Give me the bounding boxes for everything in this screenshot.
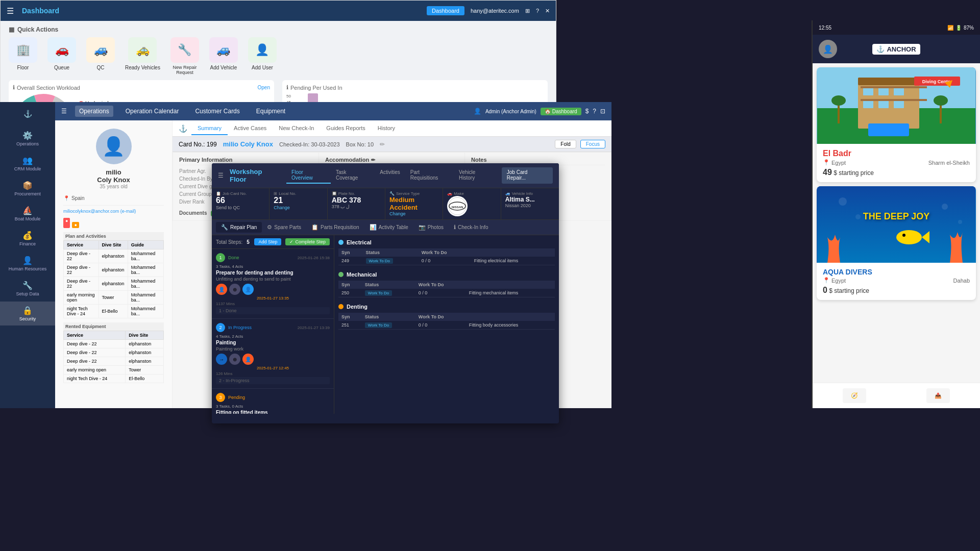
ws-tab-photos[interactable]: 📷 Photos [413,222,449,233]
sidebar-logo: ⚓ [15,106,40,121]
step1-avatar1: 👤 [216,284,227,295]
step2-time: 126 Mins [216,371,330,376]
subtab-guides-reports[interactable]: Guides Reports [320,122,371,135]
new-repair-action[interactable]: 🔧 New RepairRequest [170,37,199,75]
denting-header: Syn Status Work To Do [338,313,555,321]
profile-avatar: 👤 [96,129,132,164]
queue-action[interactable]: 🚗 Queue [47,37,76,75]
open-label: Open [258,85,270,90]
vehicle-label-text: Vehicle Info [512,191,533,196]
mobile-navigate-button[interactable]: 🧭 [843,388,866,403]
focus-button[interactable]: Focus [580,140,605,148]
electrical-dot [338,240,344,245]
ws-tab-checkin-info[interactable]: ℹ Check-In Info [449,222,493,233]
mobile-card-elbadr[interactable]: Diving Center El Badr 📍 Egypt Sharm el-S… [817,67,976,182]
aquadivers-price-label: starting price [834,287,869,294]
new-repair-icon: 🔧 [170,37,199,63]
step1-time: 1137 Mins [216,302,330,306]
ws-nav-vehicle-history[interactable]: Vehicle History [454,167,498,184]
close-icon[interactable]: ✕ [545,8,550,14]
ws-step-2[interactable]: 2 In Progress 2025-01-27 13:39 4 Tasks, … [212,319,334,389]
denting-label: Denting [347,304,368,310]
primary-info-label: Primary Information [179,157,233,163]
mobile-card-aquadivers[interactable]: THE DEEP JOY AQUA DIVERS 📍 Egypt Dahab 0… [817,186,976,300]
mechanical-row: 250 Work To Do 0 / 0 Fitting mechanical … [338,289,555,297]
ready-vehicles-label: Ready Vehicles [125,65,160,70]
qc-icon: 🚙 [86,37,115,63]
sidebar-item-hr[interactable]: 👤 Human Resources [0,252,55,276]
mobile-user-avatar[interactable]: 👤 [819,40,837,58]
sidebar-item-crm[interactable]: 👥 CRM Module [0,152,55,176]
nav-customer-cards[interactable]: Customer Cards [191,106,243,117]
help-icon[interactable]: ? [536,8,539,14]
svg-rect-23 [838,103,840,123]
svg-rect-18 [863,101,873,108]
qc-action[interactable]: 🚙 QC [86,37,115,75]
ws-tab-activity[interactable]: 📊 Activity Table [364,222,413,233]
subtab-summary[interactable]: Summary [191,122,228,135]
add-vehicle-action[interactable]: 🚙 Add Vehicle [209,37,238,75]
ws-nav-job-card[interactable]: Job Card Repair... [502,167,553,184]
crm-expand-icon[interactable]: ⊡ [600,108,605,115]
ws-step-1[interactable]: 1 Done 2025-01-26 15:38 3 Tasks, 4 Acts … [212,249,334,319]
ready-vehicles-action[interactable]: 🚕 Ready Vehicles [125,37,160,75]
add-step-button[interactable]: Add Step [254,238,281,245]
hamburger-icon[interactable]: ☰ [7,6,14,16]
subtab-history[interactable]: History [372,122,401,135]
mobile-card-aquadivers-name: AQUA DIVERS [823,268,970,276]
ws-step-3[interactable]: 3 Pending 3 Tasks, 0 Acts Fitting on fit… [212,389,334,414]
edit-icon[interactable]: ✏ [380,141,385,148]
ws-tab-parts-req[interactable]: 📋 Parts Requisition [306,222,364,233]
nav-operations[interactable]: Operations [75,106,113,117]
ws-nav-part-requisitions[interactable]: Part Requisitions [405,167,454,184]
ws-nav-activities[interactable]: Activities [375,167,405,184]
dent-status: Work To Do [362,321,415,330]
nav-calendar[interactable]: Operation Calendar [121,106,183,117]
sidebar-item-boat[interactable]: ⛵ Boat Module [0,202,55,226]
parts-req-label: Parts Requisition [321,224,359,230]
svg-point-24 [831,95,846,106]
subtab-new-checkin[interactable]: New Check-In [273,122,320,135]
crm-help-icon[interactable]: ? [593,108,596,115]
service-value: Medium Accident [389,196,438,211]
workload-title: ℹ Overall Section Workload Open [13,84,270,91]
ws-nav-task-coverage[interactable]: Task Coverage [331,167,375,184]
nav-equipment[interactable]: Equipment [252,106,289,117]
subtab-active-cases[interactable]: Active Cases [228,122,273,135]
dent-col-tasks [466,313,555,321]
sidebar-item-setup[interactable]: 🔧 Setup Data [0,277,55,300]
ws-hamburger-icon[interactable]: ☰ [218,172,224,179]
mobile-app-header: 👤 ⚓ ANCHOR [813,35,980,63]
vehicle-info-label: 🚙 Vehicle Info [505,191,555,196]
profile-location: 📍 Spain [63,195,164,201]
elec-status: Work To Do [363,257,419,265]
sidebar-item-security[interactable]: 🔒 Security [0,302,55,325]
crm-dollar-icon[interactable]: $ [585,108,589,115]
sidebar-item-finance[interactable]: 💰 Finance [0,227,55,251]
mobile-card-aquadivers-info: AQUA DIVERS 📍 Egypt Dahab 0 $ starting p… [817,263,976,300]
step1-connector-date: 2025-01-27 13:35 [257,296,289,300]
sidebar-item-procurement[interactable]: 📦 Procurement [0,177,55,201]
aquadivers-currency: $ [829,287,832,294]
crm-dashboard-btn[interactable]: 🏠 Dashboard [541,108,581,115]
hamburger-crm-icon[interactable]: ☰ [61,108,67,115]
mobile-share-button[interactable]: 📤 [926,388,950,403]
table-row: early morning openTower [64,366,164,374]
dent-col-status: Status [362,313,415,321]
add-user-action[interactable]: 👤 Add User [248,37,277,75]
accommodation-edit-icon[interactable]: ✏ [371,157,375,163]
grid-icon[interactable]: ⊞ [525,8,530,14]
sidebar-item-operations[interactable]: ⚙️ Operations [0,127,55,151]
dashboard-btn[interactable]: Dashboard [427,6,464,15]
qc-label: QC [97,65,105,70]
pending-icon: ℹ [286,84,288,91]
ws-tab-repair-plan[interactable]: 🔧 Repair Plan [216,222,262,233]
floor-action[interactable]: 🏢 Floor [9,37,37,75]
ws-nav-floor-overview[interactable]: Floor Overview [286,167,331,184]
table-row: Deep dive - 22elphanston [64,340,164,348]
col-tasks [471,248,513,257]
fold-button[interactable]: Fold [555,140,576,148]
local-no-cell: ⊞ Local No. 21 Change [270,188,327,219]
complete-step-button[interactable]: ✓ Complete Step [285,238,330,245]
ws-tab-spare-parts[interactable]: ⚙ Spare Parts [262,222,306,233]
